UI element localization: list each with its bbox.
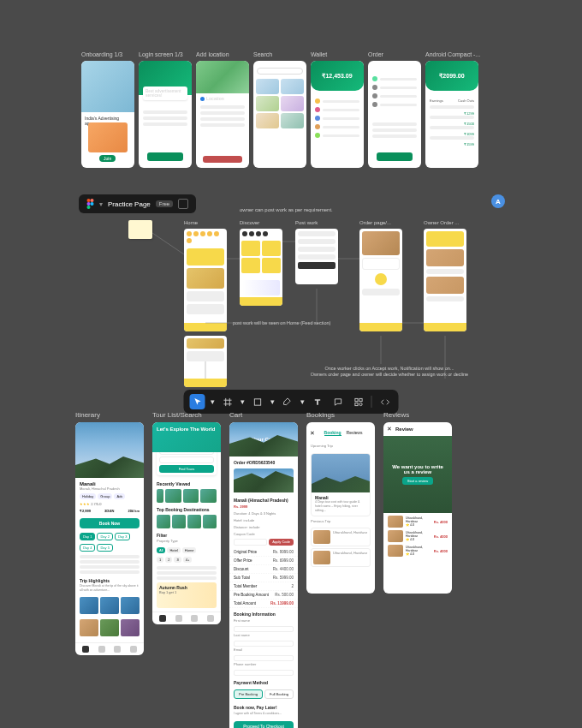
reviews-screen[interactable]: ✕Review We want you to write us a review… bbox=[383, 422, 452, 594]
text-tool[interactable] bbox=[310, 394, 325, 409]
date-input[interactable] bbox=[159, 456, 214, 463]
wallet-screen[interactable]: ₹12,453.09 bbox=[311, 61, 364, 168]
comment-tool[interactable] bbox=[330, 394, 346, 409]
tab-bar[interactable] bbox=[152, 612, 221, 624]
top-screens-row: Onboarding 1/3 India's Advertising agenc… bbox=[81, 51, 480, 168]
cart-title: Your Cart bbox=[252, 437, 276, 442]
chevron-down-icon[interactable]: ▾ bbox=[300, 397, 305, 406]
home-screen[interactable] bbox=[184, 229, 227, 331]
fullbooking-option[interactable]: Full Booking bbox=[264, 689, 294, 699]
firstname-input[interactable] bbox=[234, 626, 294, 632]
order-button[interactable] bbox=[377, 152, 413, 161]
review-item[interactable]: Uttarakhand, Haridwar⭐ 4.0Rs. 4000 bbox=[388, 545, 448, 557]
destination-title: Manali bbox=[75, 478, 144, 486]
chevron-down-icon[interactable]: ▾ bbox=[99, 200, 103, 208]
review-item[interactable]: Uttarakhand, Haridwar⭐ 4.0Rs. 4000 bbox=[388, 530, 448, 542]
screen-label: Wallet bbox=[311, 51, 364, 57]
search-screen[interactable] bbox=[253, 61, 306, 168]
svg-point-4 bbox=[87, 206, 91, 209]
upcoming-heading: Upcoming Trip bbox=[306, 444, 375, 451]
rating-text: 2.7/5.0 bbox=[91, 502, 101, 506]
tour-search-screen[interactable]: Let's Explore The World Find Tours Recen… bbox=[152, 422, 221, 624]
post-work-screen[interactable] bbox=[295, 229, 338, 284]
screen-label: Add location bbox=[196, 51, 249, 57]
apply-code-button[interactable]: Apply Code bbox=[269, 539, 294, 546]
rectangle-tool[interactable] bbox=[250, 394, 265, 409]
booking-tab[interactable]: Booking bbox=[324, 430, 341, 436]
chevron-down-icon[interactable]: ▾ bbox=[270, 397, 275, 406]
login-title: Best advertisement services! bbox=[146, 89, 185, 98]
screen-label: Cart bbox=[229, 411, 298, 419]
design-toolbar[interactable]: ▾ ▾ ▾ ▾ bbox=[184, 390, 399, 414]
frame-tool[interactable] bbox=[220, 394, 235, 409]
search-input[interactable] bbox=[257, 68, 303, 75]
pen-tool[interactable] bbox=[280, 394, 295, 409]
plan-badge: Free bbox=[156, 200, 173, 207]
day-tabs[interactable]: Day 1 Day 2 Day 3 bbox=[75, 531, 144, 542]
coupon-input[interactable] bbox=[234, 539, 267, 546]
svg-point-3 bbox=[91, 202, 94, 206]
filter-heading: Filter bbox=[152, 530, 221, 539]
android-compact-screen[interactable]: ₹2099.00 EarningsCash Outs ₹1299 ₹1500 ₹… bbox=[425, 61, 478, 168]
find-tours-button[interactable]: Find Tours bbox=[159, 465, 214, 473]
start-review-button[interactable]: Start a review bbox=[402, 477, 433, 485]
onboarding-screen[interactable]: India's Advertising agency Join bbox=[81, 61, 134, 168]
phone-input[interactable] bbox=[234, 670, 294, 676]
prebooking-option[interactable]: Pre Booking bbox=[234, 689, 263, 699]
svg-line-5 bbox=[152, 233, 184, 254]
screen-label: Bookings bbox=[306, 411, 375, 419]
order-page-screen[interactable] bbox=[359, 229, 402, 331]
flow-label: Owner Order ... bbox=[424, 220, 459, 225]
add-location-screen[interactable]: Location bbox=[196, 61, 249, 168]
close-icon[interactable]: ✕ bbox=[387, 426, 392, 433]
owner-order-screen[interactable] bbox=[424, 229, 466, 331]
book-now-button[interactable]: Book Now bbox=[80, 518, 140, 528]
login-button[interactable] bbox=[147, 152, 183, 161]
past-trip-row[interactable]: Uttarakhand, Haridwar bbox=[311, 548, 371, 567]
itinerary-screen[interactable]: Manali Manali, Himachal Pradesh HolidayG… bbox=[75, 422, 144, 655]
cart-item-title: Manali (Himachal Pradesh) bbox=[229, 494, 298, 504]
travel-screens-row: Itinerary Manali Manali, Himachal Prades… bbox=[75, 411, 452, 728]
checkout-button[interactable]: Proceed To Checkout bbox=[234, 721, 294, 728]
sticky-note[interactable] bbox=[128, 220, 152, 239]
booking-info-heading: Booking Information bbox=[229, 608, 298, 618]
dev-mode-tool[interactable] bbox=[377, 394, 393, 409]
order-screen[interactable] bbox=[368, 61, 421, 168]
review-item[interactable]: Uttarakhand, Haridwar⭐ 4.0Rs. 4000 bbox=[388, 516, 448, 528]
figma-icon bbox=[86, 199, 94, 209]
save-location-button[interactable] bbox=[203, 156, 242, 163]
svg-rect-17 bbox=[354, 398, 357, 401]
screen-label: Tour List/Search bbox=[152, 411, 221, 419]
past-trip-row[interactable]: Uttarakhand, Haridwar bbox=[311, 528, 371, 546]
recently-heading: Recently Viewed bbox=[152, 479, 221, 487]
review-hero-text: We want you to write us a review bbox=[383, 464, 452, 474]
email-input[interactable] bbox=[234, 655, 294, 661]
bottom-annotation: Once worker clicks on Accept work, Notif… bbox=[291, 366, 488, 378]
login-screen[interactable]: Best advertisement services! bbox=[139, 61, 192, 168]
svg-point-20 bbox=[359, 403, 361, 405]
user-avatar[interactable]: A bbox=[491, 194, 505, 208]
svg-rect-18 bbox=[359, 398, 361, 401]
chevron-down-icon[interactable]: ▾ bbox=[211, 397, 215, 406]
discover-screen[interactable] bbox=[240, 229, 282, 306]
chevron-down-icon[interactable]: ▾ bbox=[241, 397, 245, 406]
move-tool[interactable] bbox=[190, 394, 205, 409]
screen-label: Order bbox=[368, 51, 421, 57]
join-button[interactable]: Join bbox=[99, 155, 116, 162]
bookings-screen[interactable]: ✕ Booking Reviews Upcoming Trip Manali 4… bbox=[306, 422, 375, 594]
flow-label: Discover bbox=[240, 220, 259, 225]
flow-annotation: owner can post work as per requirement. bbox=[240, 207, 333, 212]
reviews-tab[interactable]: Reviews bbox=[347, 430, 363, 436]
svg-point-1 bbox=[91, 199, 94, 202]
home-screen-2[interactable] bbox=[184, 336, 227, 387]
compact-amount: ₹2099.00 bbox=[425, 73, 478, 80]
order-id: Order #ORD5623540 bbox=[229, 456, 298, 467]
screen-label: Search bbox=[253, 51, 306, 57]
promo-banner[interactable]: Autumn Rush Buy 1 get 1 bbox=[157, 582, 217, 608]
booking-card[interactable]: Manali 4 Days tour cost with tour guide … bbox=[311, 453, 371, 516]
tab-bar[interactable] bbox=[75, 642, 144, 655]
cart-screen[interactable]: Your Cart Order #ORD5623540 Manali (Hima… bbox=[229, 422, 298, 728]
lastname-input[interactable] bbox=[234, 641, 294, 647]
highlights-heading: Trip Highlights bbox=[75, 576, 144, 584]
actions-tool[interactable] bbox=[351, 394, 366, 409]
